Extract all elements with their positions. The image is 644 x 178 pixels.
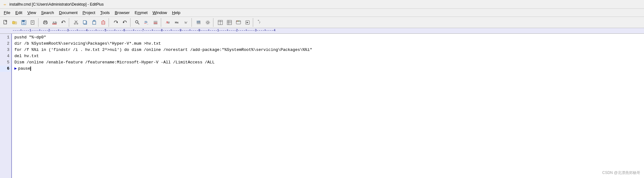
svg-marker-14 — [62, 22, 63, 23]
svg-text:2CD: 2CD — [197, 22, 201, 23]
svg-point-48 — [206, 21, 210, 24]
grid2-button[interactable] — [225, 18, 234, 27]
code-text: del hv.txt — [14, 53, 39, 59]
undo-button[interactable] — [59, 18, 68, 27]
svg-rect-20 — [83, 21, 86, 24]
word-wrap-button[interactable]: W — [182, 18, 191, 27]
paste-button[interactable] — [90, 18, 99, 27]
line-number: 4 — [0, 53, 11, 59]
code-area[interactable]: pushd "%~dp0"dir /b %SystemRoot%\servici… — [12, 34, 644, 178]
format-button[interactable]: AB — [164, 18, 172, 27]
menu-project[interactable]: Project — [80, 10, 98, 16]
svg-text:→: → — [146, 23, 149, 25]
menu-bar: File Edit View Search Document Project T… — [0, 9, 644, 17]
code-text: Dism /online /enable-feature /featurenam… — [14, 59, 215, 66]
svg-point-29 — [135, 21, 138, 23]
goto-button[interactable] — [151, 18, 160, 27]
svg-point-58 — [237, 21, 237, 21]
svg-point-18 — [77, 23, 78, 24]
svg-rect-21 — [93, 21, 96, 24]
menu-edit[interactable]: Edit — [13, 10, 25, 16]
toolbar-sep-3 — [109, 18, 110, 27]
svg-rect-22 — [93, 20, 95, 21]
app-icon: ✏️ — [3, 2, 8, 7]
toolbar: ABC Ab→ AB Hx — [0, 17, 644, 28]
menu-help[interactable]: Help — [170, 10, 183, 16]
svg-point-17 — [74, 23, 75, 24]
code-line: ▶pause — [14, 66, 644, 72]
svg-rect-10 — [44, 23, 47, 24]
svg-rect-5 — [23, 22, 25, 24]
svg-rect-0 — [4, 20, 7, 24]
svg-text:W: W — [184, 21, 187, 24]
open-button[interactable] — [10, 18, 19, 27]
spell-check-button[interactable]: ABC — [50, 18, 59, 27]
ruler: ----+----1----+----2----+----3----+----4… — [0, 28, 644, 34]
print-button[interactable] — [41, 18, 50, 27]
list-button[interactable]: 1AB2CD — [194, 18, 203, 27]
svg-rect-23 — [102, 21, 105, 24]
redo-button[interactable] — [120, 18, 129, 27]
line-number: 6 — [0, 66, 11, 72]
svg-marker-28 — [123, 22, 125, 23]
title-text: installhv.cmd [C:\Users\Administrator\De… — [9, 2, 104, 7]
menu-view[interactable]: View — [25, 10, 38, 16]
toolbar-sep-2 — [69, 18, 71, 27]
code-line: Dism /online /enable-feature /featurenam… — [14, 59, 644, 66]
toolbar-sep-8 — [253, 18, 255, 27]
ruler-text: ----+----1----+----2----+----3----+----4… — [13, 29, 275, 32]
new-button[interactable] — [1, 18, 10, 27]
line-number: 2 — [0, 41, 11, 47]
code-text: pushd "%~dp0" — [14, 34, 46, 41]
copy-button[interactable] — [81, 18, 89, 27]
code-text: for /f %%i in ('findstr /i . hv.txt 2^>n… — [14, 47, 312, 53]
menu-tools[interactable]: Tools — [98, 10, 112, 16]
menu-emmet[interactable]: Emmet — [132, 10, 150, 16]
svg-marker-27 — [116, 22, 118, 23]
editor: 123456 pushd "%~dp0"dir /b %SystemRoot%\… — [0, 34, 644, 178]
svg-point-47 — [207, 22, 209, 23]
line-number: 3 — [0, 47, 11, 53]
table-button[interactable] — [216, 18, 225, 27]
svg-line-30 — [138, 23, 139, 24]
svg-point-59 — [238, 21, 238, 21]
settings-button[interactable] — [203, 18, 212, 27]
watermark-text: CSDN @北漂燕郊杨哥 — [602, 171, 640, 175]
toolbar-sep-5 — [161, 18, 163, 27]
findreplace-button[interactable]: Ab→ — [142, 18, 151, 27]
code-line: pushd "%~dp0" — [14, 34, 644, 41]
menu-search[interactable]: Search — [38, 10, 56, 16]
search-button[interactable] — [133, 18, 142, 27]
preview-button[interactable] — [243, 18, 252, 27]
line-number: 1 — [0, 34, 11, 41]
menu-browser[interactable]: Browser — [112, 10, 132, 16]
svg-text:B: B — [168, 21, 170, 24]
code-text: dir /b %SystemRoot%\servicing\Packages\*… — [14, 41, 161, 47]
toolbar-sep-7 — [213, 18, 215, 27]
line-number: 5 — [0, 59, 11, 66]
cut-button[interactable] — [72, 18, 80, 27]
menu-file[interactable]: File — [1, 10, 13, 16]
save-button[interactable] — [19, 18, 28, 27]
help-button[interactable]: ? — [256, 18, 264, 27]
close-file-button[interactable] — [28, 18, 37, 27]
browser-view-button[interactable] — [234, 18, 243, 27]
undo2-button[interactable] — [111, 18, 120, 27]
code-line: dir /b %SystemRoot%\servicing\Packages\*… — [14, 41, 644, 47]
svg-rect-2 — [12, 22, 15, 23]
svg-rect-52 — [227, 20, 232, 25]
svg-point-60 — [238, 21, 239, 21]
code-line: for /f %%i in ('findstr /i . hv.txt 2^>n… — [14, 47, 644, 53]
delete-button[interactable] — [99, 18, 108, 27]
current-line-arrow: ▶ — [14, 66, 17, 72]
menu-window[interactable]: Window — [150, 10, 170, 16]
watermark: CSDN @北漂燕郊杨哥 — [602, 170, 640, 176]
line-numbers: 123456 — [0, 34, 12, 178]
svg-text:?: ? — [259, 21, 260, 24]
hx-button[interactable]: Hx — [173, 18, 181, 27]
text-cursor — [30, 67, 31, 71]
toolbar-sep-4 — [130, 18, 132, 27]
menu-document[interactable]: Document — [57, 10, 80, 16]
toolbar-sep-6 — [192, 18, 193, 27]
svg-text:Hx: Hx — [175, 21, 179, 24]
